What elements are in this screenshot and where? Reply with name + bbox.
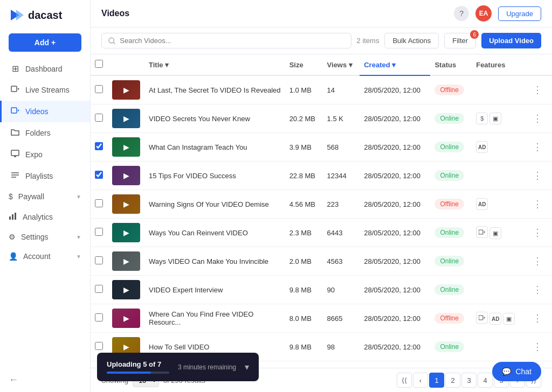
thumb-overlay: ▶ [112, 223, 140, 242]
ad-feature-icon: AD [489, 313, 501, 325]
table-header-row: Title ▾ Size Views ▾ Created ▾ Status Fe… [91, 54, 552, 75]
row-more-button[interactable]: ⋮ [529, 254, 546, 268]
row-actions: ⋮ [525, 133, 552, 162]
row-size: 9.8 MB [285, 276, 323, 304]
sidebar-label-expo: Expo [25, 150, 43, 159]
row-checkbox[interactable] [95, 171, 103, 179]
live-streams-icon [10, 85, 20, 95]
settings-expand-arrow: ▼ [76, 234, 81, 240]
sidebar-item-account[interactable]: 👤 Account ▼ [0, 247, 90, 266]
row-checkbox[interactable] [95, 85, 103, 93]
row-thumb-cell: ▶ [108, 75, 144, 104]
play-icon: ▶ [123, 342, 129, 351]
row-created: 28/05/2020, 12:00 [360, 304, 430, 333]
row-size: 8.0 MB [285, 304, 323, 333]
status-badge: Offline [434, 85, 464, 95]
row-created: 28/05/2020, 12:00 [360, 219, 430, 247]
main-content: Videos ? EA Upgrade 2 items Bulk Actions… [91, 0, 552, 392]
account-icon: 👤 [9, 252, 18, 261]
select-all-checkbox[interactable] [95, 60, 103, 68]
upload-video-button[interactable]: Upload Video [481, 33, 541, 48]
row-features: ▣ [472, 219, 525, 247]
row-thumb-cell: ▶ [108, 104, 144, 133]
sidebar-item-folders[interactable]: Folders [0, 122, 90, 144]
logo-text: dacast [28, 9, 62, 22]
row-views: 90 [323, 276, 360, 304]
row-size: 3.9 MB [285, 133, 323, 162]
row-more-button[interactable]: ⋮ [529, 340, 546, 354]
page-2-button[interactable]: 2 [445, 373, 460, 388]
th-views[interactable]: Views ▾ [323, 54, 360, 75]
upload-time-remaining: 3 minutes remaining [178, 363, 236, 371]
sidebar-item-videos[interactable]: Videos [0, 101, 90, 122]
sidebar-item-expo[interactable]: Expo [0, 144, 90, 165]
filter-badge: 6 [470, 30, 479, 39]
video-feature-icon [476, 312, 488, 324]
row-checkbox[interactable] [95, 285, 103, 293]
row-checkbox[interactable] [95, 199, 103, 207]
row-title: At Last, The Secret To VIDEO Is Revealed [144, 75, 285, 104]
help-button[interactable]: ? [454, 6, 469, 21]
row-more-button[interactable]: ⋮ [529, 226, 546, 240]
page-4-button[interactable]: 4 [478, 373, 493, 388]
svg-rect-4 [11, 108, 17, 113]
bulk-actions-button[interactable]: Bulk Actions [384, 33, 439, 48]
page-first-button[interactable]: ⟨⟨ [397, 373, 412, 388]
row-checkbox[interactable] [95, 142, 103, 150]
row-more-button[interactable]: ⋮ [529, 283, 546, 297]
row-checkbox[interactable] [95, 256, 103, 264]
add-button[interactable]: Add + [9, 33, 81, 52]
row-checkbox[interactable] [95, 114, 103, 122]
page-1-button[interactable]: 1 [429, 373, 444, 388]
row-actions: ⋮ [525, 247, 552, 276]
th-size: Size [285, 54, 323, 75]
sidebar-bottom: ← [0, 368, 90, 392]
row-more-button[interactable]: ⋮ [529, 83, 546, 97]
th-created[interactable]: Created ▾ [360, 54, 430, 75]
header-right: ? EA Upgrade [454, 5, 541, 22]
row-checkbox[interactable] [95, 342, 103, 350]
row-created: 28/05/2020, 12:00 [360, 75, 430, 104]
collapse-sidebar-button[interactable]: ← [9, 374, 18, 385]
row-more-button[interactable]: ⋮ [529, 311, 546, 325]
row-more-button[interactable]: ⋮ [529, 140, 546, 154]
svg-rect-17 [479, 230, 483, 234]
row-checkbox[interactable] [95, 313, 103, 321]
row-more-button[interactable]: ⋮ [529, 197, 546, 211]
sidebar-item-paywall[interactable]: $ Paywall ▼ [0, 187, 90, 206]
sidebar-item-playlists[interactable]: Playlists [0, 165, 90, 187]
sidebar-item-settings[interactable]: ⚙ Settings ▼ [0, 227, 90, 247]
row-features [472, 162, 525, 190]
row-more-button[interactable]: ⋮ [529, 111, 546, 125]
svg-line-16 [114, 42, 115, 44]
folders-icon [10, 128, 20, 138]
row-more-button[interactable]: ⋮ [529, 169, 546, 183]
row-created: 28/05/2020, 12:00 [360, 276, 430, 304]
thumb-overlay: ▶ [112, 166, 140, 185]
chat-button[interactable]: 💬 Chat [492, 362, 541, 381]
expo-icon [10, 149, 20, 160]
sidebar-item-dashboard[interactable]: ⊞ Dashboard [0, 58, 90, 79]
sidebar-item-live-streams[interactable]: Live Streams [0, 79, 90, 101]
upload-bar: Uploading 5 of 7 3 minutes remaining ▾ [97, 353, 259, 381]
table-row: ▶ Warning Signs Of Your VIDEO Demise 4.5… [91, 190, 552, 219]
upgrade-button[interactable]: Upgrade [498, 6, 541, 21]
page-3-button[interactable]: 3 [461, 373, 477, 388]
row-thumb-cell: ▶ [108, 219, 144, 247]
page-prev-button[interactable]: ‹ [413, 373, 428, 388]
row-thumbnail: ▶ [112, 166, 140, 185]
upload-toggle-button[interactable]: ▾ [245, 362, 249, 372]
row-actions: ⋮ [525, 333, 552, 361]
row-thumbnail: ▶ [112, 251, 140, 271]
svg-rect-2 [11, 86, 17, 92]
th-title[interactable]: Title ▾ [144, 54, 285, 75]
row-features [472, 333, 525, 361]
sidebar-item-analytics[interactable]: Analytics [0, 206, 90, 227]
page-title: Videos [101, 9, 129, 18]
chat-label: Chat [515, 367, 532, 376]
thumb-overlay: ▶ [112, 80, 140, 100]
row-checkbox-cell [91, 304, 108, 333]
search-input[interactable] [120, 37, 344, 45]
status-badge: Offline [434, 313, 464, 324]
row-checkbox[interactable] [95, 228, 103, 236]
